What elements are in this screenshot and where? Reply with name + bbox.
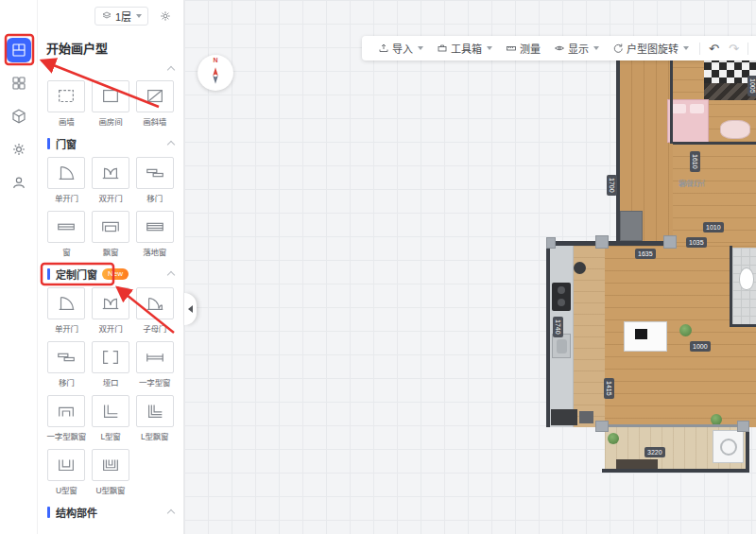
panel-item-door-double[interactable]: 双开门 (90, 287, 132, 334)
stove[interactable] (552, 283, 571, 311)
wall[interactable] (602, 469, 749, 473)
panel-item-window[interactable]: 窗 (45, 211, 88, 257)
section-header[interactable]: 结构部件 (38, 501, 183, 524)
panel-title: 开始画户型 (38, 32, 183, 60)
section-header[interactable]: 门窗 (38, 132, 183, 155)
wall[interactable] (546, 241, 550, 427)
toolbar-menu-label: 显示 (568, 41, 589, 56)
balcony-window[interactable] (602, 424, 747, 427)
rug[interactable] (720, 120, 750, 139)
kitchen-cabinet-small[interactable] (579, 411, 593, 423)
toolbar-menu-display[interactable]: 显示 (547, 41, 606, 56)
kitchen-cabinet[interactable] (551, 409, 577, 425)
washing-machine[interactable] (713, 430, 744, 463)
floorplan-canvas[interactable]: 导入工具箱测量显示户型图旋转 ↶ ↷ 导出图纸 N (184, 0, 756, 534)
panel-item-label: 一字型窗 (139, 376, 170, 388)
pillar (595, 421, 609, 432)
plant[interactable] (679, 324, 692, 336)
wall[interactable] (673, 142, 756, 145)
panel-item-bay-l[interactable]: L型飘窗 (133, 395, 176, 441)
panel-item-floor-window[interactable]: 落地窗 (133, 211, 176, 257)
rail-item-model[interactable] (7, 104, 31, 129)
hall-cabinet[interactable] (620, 211, 643, 241)
pillow (690, 104, 704, 113)
wall[interactable] (616, 52, 620, 245)
pot[interactable] (574, 262, 586, 274)
dimension-label: 1415 (604, 378, 614, 399)
section-structure: 结构部件 (38, 501, 183, 524)
compass-north-label: N (213, 57, 217, 64)
panel-item-bay-u[interactable]: U型飘窗 (90, 449, 132, 495)
panel-item-door-sliding[interactable]: 移门 (133, 157, 176, 203)
door-mc-icon (136, 287, 174, 319)
nav-rail (0, 0, 38, 534)
panel-item-bay-straight[interactable]: 一字型飘窗 (45, 395, 88, 441)
pillow (672, 104, 686, 113)
save-button[interactable] (752, 43, 756, 55)
panel-item-door-mc[interactable]: 子母门 (133, 287, 176, 334)
toolbar-menu-toolbox[interactable]: 工具箱 (430, 41, 499, 56)
panel-item-draw-wall[interactable]: 画墙 (45, 80, 88, 127)
plant[interactable] (608, 433, 619, 444)
floor-selector-label: 1层 (115, 9, 131, 24)
toolbar-menu-rotate[interactable]: 户型图旋转 (606, 41, 696, 56)
chevron-down-icon (487, 46, 492, 50)
panel-item-draw-diagonal[interactable]: 画斜墙 (133, 80, 176, 127)
panel-item-opening[interactable]: 垭口 (90, 341, 132, 388)
panel-item-door-double[interactable]: 双开门 (90, 157, 132, 203)
section-header[interactable]: 定制门窗 New (38, 263, 183, 285)
rail-item-settings[interactable] (7, 137, 31, 162)
compass: N (198, 55, 233, 91)
panel-item-door-single[interactable]: 单开门 (45, 157, 88, 203)
section-title: 结构部件 (56, 505, 97, 520)
wall[interactable] (670, 55, 673, 144)
section-header[interactable] (38, 60, 183, 78)
wall[interactable] (730, 246, 732, 327)
toolbar-divider (699, 43, 700, 55)
panel-item-window-straight[interactable]: 一字型窗 (133, 341, 176, 388)
panel-item-label: 画斜墙 (143, 115, 166, 127)
section-title: 门窗 (56, 136, 77, 151)
chevron-up-icon (167, 509, 175, 517)
panel-item-door-sliding[interactable]: 移门 (45, 341, 88, 388)
panel-item-label: U型窗 (56, 484, 77, 495)
dimension-label: 1740 (553, 317, 563, 337)
floor-settings-button[interactable] (156, 7, 175, 26)
floor-selector[interactable]: 1层 (94, 7, 148, 26)
panel-item-bay-window[interactable]: 飘窗 (90, 211, 132, 257)
panel-item-label: 子母门 (143, 322, 166, 334)
section-doors-windows: 门窗 单开门双开门移门窗飘窗落地窗 (38, 132, 183, 263)
user-icon (10, 174, 27, 191)
burner (558, 286, 565, 294)
draw-tools-grid: 画墙画房间画斜墙 (38, 78, 183, 132)
bed[interactable] (667, 99, 709, 143)
toolbar-menu-measure[interactable]: 测量 (499, 41, 547, 56)
rail-item-apps[interactable] (7, 71, 31, 95)
panel-item-draw-room[interactable]: 画房间 (90, 80, 132, 127)
dimension-label: 1700 (607, 175, 617, 196)
rail-item-account[interactable] (7, 170, 31, 195)
chevron-down-icon (683, 46, 689, 50)
section-custom-doors-windows: 定制门窗 New 单开门双开门子母门移门垭口一字型窗一字型飘窗L型窗L型飘窗U型… (38, 263, 183, 501)
rail-item-floorplan[interactable] (7, 38, 31, 62)
toilet[interactable] (739, 267, 754, 290)
pillar (737, 421, 749, 432)
redo-button[interactable]: ↷ (724, 43, 744, 55)
sink[interactable] (552, 334, 571, 358)
toolbar-menu-import[interactable]: 导入 (371, 41, 430, 56)
wall[interactable] (746, 427, 749, 473)
wall[interactable] (546, 241, 675, 246)
undo-button[interactable]: ↶ (704, 43, 724, 55)
dimension-label: 1005 (747, 76, 756, 96)
compass-needle-icon (205, 64, 226, 87)
bay-window-icon (92, 211, 129, 243)
floor-plan[interactable]: 客餐厅 35.71㎡ 17001610100510101035163517401… (546, 52, 756, 477)
wall[interactable] (732, 324, 756, 327)
kitchen-island[interactable] (624, 321, 667, 352)
window-icon (47, 211, 85, 243)
washer-drum (720, 439, 737, 456)
chevron-up-icon (167, 271, 175, 279)
panel-item-window-u[interactable]: U型窗 (45, 449, 88, 495)
panel-item-window-l[interactable]: L型窗 (90, 395, 132, 441)
panel-item-door-single[interactable]: 单开门 (45, 287, 88, 334)
